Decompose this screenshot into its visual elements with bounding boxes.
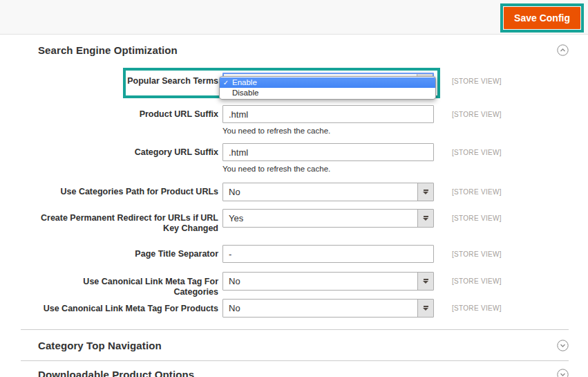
scope-label: [STORE VIEW] — [452, 77, 502, 85]
field-label: Use Canonical Link Meta Tag For Products — [38, 295, 218, 314]
section-title-category-top-navigation: Category Top Navigation — [38, 340, 162, 351]
field-row-permanent-redirect: Create Permanent Redirect for URLs if UR… — [38, 205, 569, 240]
section-header-downloadable-product-options[interactable]: Downloadable Product Options — [21, 360, 569, 377]
permanent-redirect-select[interactable]: Yes — [222, 209, 434, 228]
field-row-category-url-suffix: Category URL Suffix You need to refresh … — [38, 138, 569, 178]
page-actions-toolbar: Save Config — [0, 0, 588, 35]
save-config-highlight-outline: Save Config — [500, 3, 584, 33]
dropdown-option-label: Enable — [232, 77, 257, 88]
page-title-separator-input[interactable] — [222, 245, 434, 263]
config-content: Search Engine Optimization Popular Searc… — [0, 35, 588, 377]
chevron-down-icon — [417, 273, 433, 290]
popular-search-terms-dropdown-menu: ✓ Enable Disable — [219, 76, 436, 100]
section-header-seo[interactable]: Search Engine Optimization — [21, 35, 569, 66]
scope-label: [STORE VIEW] — [452, 214, 502, 222]
scope-label: [STORE VIEW] — [452, 250, 502, 258]
product-url-suffix-input[interactable] — [222, 105, 434, 123]
checkmark-icon: ✓ — [220, 77, 232, 88]
scope-label: [STORE VIEW] — [452, 277, 502, 285]
field-row-canonical-products: Use Canonical Link Meta Tag For Products… — [38, 295, 569, 324]
dropdown-option-enable[interactable]: ✓ Enable — [220, 77, 435, 88]
seo-form: Popular Search Terms ✓ Enable Disable — [21, 66, 569, 324]
scope-label: [STORE VIEW] — [452, 188, 502, 196]
scope-label: [STORE VIEW] — [452, 149, 502, 156]
field-note: You need to refresh the cache. — [222, 127, 434, 135]
chevron-down-icon — [417, 210, 433, 227]
section-title-seo: Search Engine Optimization — [38, 44, 178, 56]
chevron-down-icon — [417, 300, 433, 317]
section-header-category-top-navigation[interactable]: Category Top Navigation — [21, 329, 569, 360]
field-label: Create Permanent Redirect for URLs if UR… — [38, 205, 218, 234]
field-label: Category URL Suffix — [38, 138, 218, 158]
field-label: Use Canonical Link Meta Tag For Categori… — [38, 268, 218, 297]
expand-icon[interactable] — [557, 369, 569, 377]
collapse-icon[interactable] — [557, 44, 569, 56]
field-row-use-categories-path: Use Categories Path for Product URLs No … — [38, 178, 569, 205]
field-label: Use Categories Path for Product URLs — [38, 178, 218, 197]
scope-label: [STORE VIEW] — [452, 304, 502, 312]
field-row-page-title-separator: Page Title Separator [STORE VIEW] — [38, 240, 569, 268]
field-note: You need to refresh the cache. — [222, 165, 434, 173]
use-categories-path-select[interactable]: No — [222, 183, 434, 201]
field-row-popular-search-terms: Popular Search Terms ✓ Enable Disable — [38, 66, 569, 100]
expand-icon[interactable] — [557, 340, 569, 351]
field-row-canonical-categories: Use Canonical Link Meta Tag For Categori… — [38, 268, 569, 295]
section-title-downloadable-product-options: Downloadable Product Options — [38, 369, 194, 377]
scope-label: [STORE VIEW] — [452, 111, 502, 118]
save-config-button[interactable]: Save Config — [504, 7, 580, 29]
field-label: Product URL Suffix — [38, 100, 218, 120]
canonical-categories-select[interactable]: No — [222, 272, 434, 291]
dropdown-option-label: Disable — [232, 88, 258, 98]
field-row-product-url-suffix: Product URL Suffix You need to refresh t… — [38, 100, 569, 138]
chevron-down-icon — [417, 183, 433, 201]
field-label: Page Title Separator — [38, 240, 218, 259]
field-label: Popular Search Terms — [38, 66, 218, 86]
dropdown-option-disable[interactable]: Disable — [220, 88, 435, 98]
canonical-products-select[interactable]: No — [222, 299, 434, 318]
category-url-suffix-input[interactable] — [222, 143, 434, 161]
